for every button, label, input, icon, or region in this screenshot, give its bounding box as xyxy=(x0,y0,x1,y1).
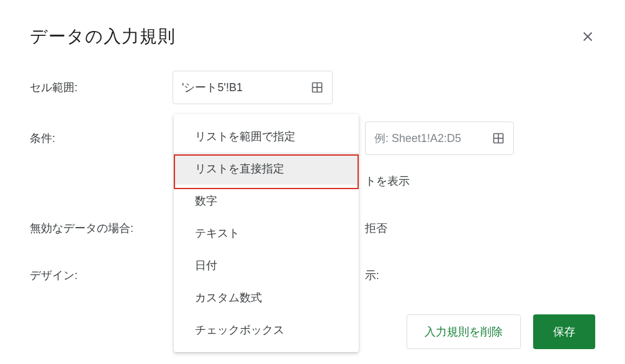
dropdown-option-custom-formula[interactable]: カスタム数式 xyxy=(174,282,359,314)
cell-range-label: セル範囲: xyxy=(30,80,173,95)
grid-icon[interactable] xyxy=(492,132,505,144)
dropdown-option-text[interactable]: テキスト xyxy=(174,217,359,249)
dropdown-option-checkbox[interactable]: チェックボックス xyxy=(174,314,359,346)
dropdown-option-list-range[interactable]: リストを範囲で指定 xyxy=(174,120,359,153)
range-example-placeholder: 例: Sheet1!A2:D5 xyxy=(374,131,461,146)
dialog-footer: 入力規則を削除 保存 xyxy=(407,314,595,349)
row-cell-range: セル範囲: 'シート5'!B1 xyxy=(30,71,595,104)
dialog-title: データの入力規則 xyxy=(30,25,176,48)
range-example-input[interactable]: 例: Sheet1!A2:D5 xyxy=(365,122,514,155)
save-button[interactable]: 保存 xyxy=(533,314,595,349)
cell-range-value: 'シート5'!B1 xyxy=(182,80,243,95)
show-dropdown-partial: トを表示 xyxy=(365,174,410,189)
dropdown-option-date[interactable]: 日付 xyxy=(174,249,359,282)
condition-label: 条件: xyxy=(30,131,173,146)
condition-dropdown[interactable]: リストを範囲で指定 リストを直接指定 数字 テキスト 日付 カスタム数式 チェッ… xyxy=(174,114,359,352)
design-label: デザイン: xyxy=(30,268,173,283)
delete-rules-button[interactable]: 入力規則を削除 xyxy=(407,314,521,349)
invalid-data-partial: 拒否 xyxy=(365,221,387,236)
close-icon xyxy=(581,30,595,43)
invalid-data-label: 無効なデータの場合: xyxy=(30,221,173,236)
design-partial: 示: xyxy=(365,268,379,283)
dropdown-option-number[interactable]: 数字 xyxy=(174,185,359,217)
close-button[interactable] xyxy=(580,29,595,44)
dialog-header: データの入力規則 xyxy=(30,25,595,48)
cell-range-input[interactable]: 'シート5'!B1 xyxy=(173,71,333,104)
dropdown-option-list-direct[interactable]: リストを直接指定 xyxy=(174,153,359,185)
grid-icon[interactable] xyxy=(311,81,323,94)
